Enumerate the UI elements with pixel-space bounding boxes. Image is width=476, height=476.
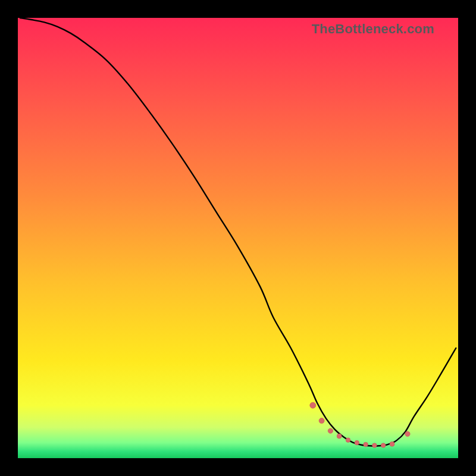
plot-area <box>18 18 458 458</box>
marker-dot <box>390 441 394 446</box>
watermark-text: TheBottleneck.com <box>312 21 434 37</box>
marker-dot <box>310 402 316 408</box>
chart-frame: TheBottleneck.com <box>18 18 458 458</box>
marker-dot <box>319 418 324 424</box>
marker-dot <box>328 428 333 433</box>
marker-dot <box>337 434 342 439</box>
marker-dot <box>372 443 377 448</box>
marker-dot <box>381 443 386 448</box>
marker-dot <box>405 431 410 436</box>
marker-dot <box>364 442 368 447</box>
chart-svg <box>18 18 458 458</box>
marker-dot <box>355 440 359 445</box>
series-curve <box>20 18 456 446</box>
marker-dot <box>346 438 350 443</box>
